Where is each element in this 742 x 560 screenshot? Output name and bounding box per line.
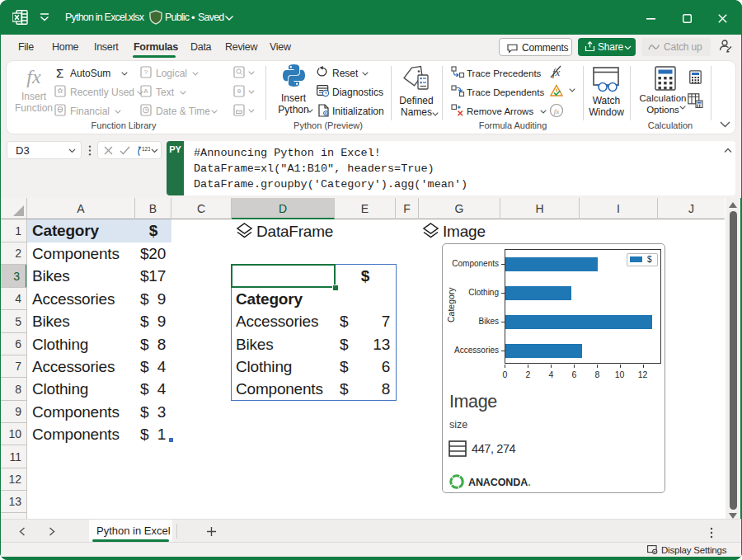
svg-text:123: 123 xyxy=(142,146,150,152)
svg-text:?: ? xyxy=(144,68,148,76)
svg-text:θ: θ xyxy=(237,87,242,95)
svg-text:fx: fx xyxy=(554,107,560,115)
svg-text:A: A xyxy=(143,87,148,95)
